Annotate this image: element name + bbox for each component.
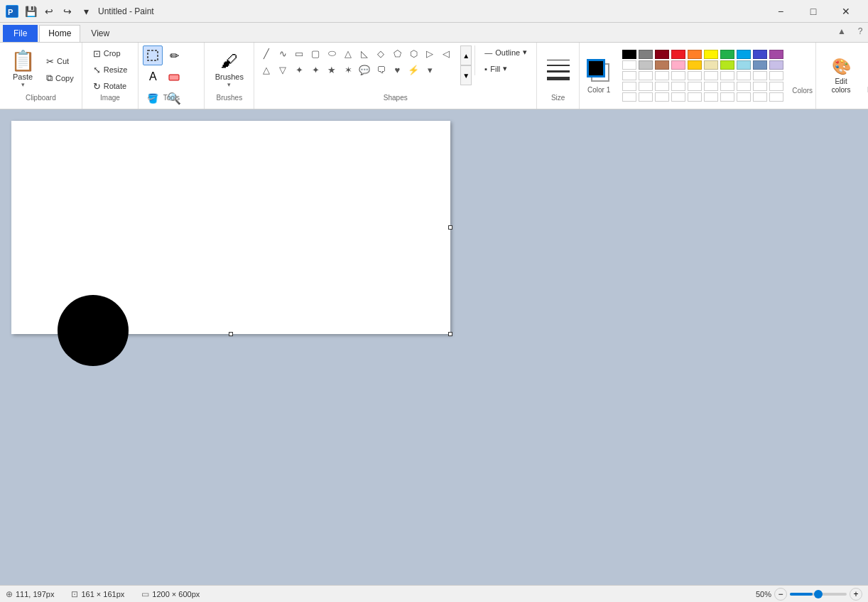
copy-button[interactable]: ⧉ Copy (43, 70, 77, 86)
shape-rounded-rect[interactable]: ▢ (308, 45, 323, 61)
shape-more[interactable]: ▾ (422, 62, 438, 77)
shape-right-triangle[interactable]: ◺ (357, 45, 372, 61)
edit-colors-button[interactable]: 🎨 Edit colors (822, 52, 860, 100)
color-cell[interactable] (704, 71, 718, 80)
outline-button[interactable]: — Outline ▾ (479, 45, 532, 59)
size-line-1[interactable] (547, 60, 570, 60)
color-cell[interactable] (753, 60, 767, 70)
color-cell[interactable] (688, 92, 702, 102)
shape-triangle[interactable]: △ (340, 45, 356, 61)
shape-callout2[interactable]: 🗨 (373, 62, 389, 77)
brushes-button[interactable]: 🖌 Brushes ▾ (211, 50, 248, 89)
color-cell[interactable] (671, 92, 685, 102)
text-tool-btn[interactable]: A (143, 67, 163, 87)
redo-quick-btn[interactable]: ↪ (60, 4, 75, 19)
shape-star5[interactable]: ★ (324, 62, 340, 77)
canvas-surface[interactable] (11, 121, 450, 334)
color-cell[interactable] (753, 82, 767, 91)
color-cell[interactable] (737, 71, 751, 80)
shape-star4[interactable]: ✦ (308, 62, 323, 77)
tab-file[interactable]: File (3, 25, 38, 42)
color1-box-front[interactable] (587, 59, 605, 77)
shape-rect[interactable]: ▭ (291, 45, 307, 61)
fill-button[interactable]: ▪ Fill ▾ (479, 62, 532, 75)
size-line-3[interactable] (547, 70, 570, 72)
fill-tool-btn[interactable]: 🪣 (143, 88, 163, 108)
crop-button[interactable]: ⊡ Crop (88, 46, 133, 61)
color-cell[interactable] (655, 60, 669, 70)
shape-line[interactable]: ╱ (259, 45, 274, 61)
color-cell[interactable] (720, 71, 734, 80)
color-cell[interactable] (639, 92, 653, 102)
color-cell[interactable] (769, 60, 783, 70)
shapes-scroll-up[interactable]: ▲ (460, 45, 472, 65)
ribbon-help-btn[interactable]: ? (852, 23, 868, 39)
save-quick-btn[interactable]: 💾 (23, 4, 38, 19)
color-cell[interactable] (720, 60, 734, 70)
color-cell[interactable] (688, 60, 702, 70)
shape-callout[interactable]: 💬 (357, 62, 372, 77)
close-button[interactable]: ✕ (830, 0, 862, 23)
resize-button[interactable]: ⤡ Resize (88, 63, 133, 77)
rotate-button[interactable]: ↻ Rotate (88, 79, 133, 94)
color-cell[interactable] (639, 71, 653, 80)
color-cell[interactable] (655, 71, 669, 80)
resize-handle-right[interactable] (448, 225, 452, 230)
color-cell[interactable] (769, 71, 783, 80)
color-cell[interactable] (753, 71, 767, 80)
eraser-tool-btn[interactable] (164, 67, 184, 87)
color-cell[interactable] (639, 50, 653, 59)
color-cell[interactable] (671, 82, 685, 91)
color-cell[interactable] (639, 60, 653, 70)
color-cell[interactable] (704, 92, 718, 102)
shape-hexagon[interactable]: ⬡ (406, 45, 421, 61)
color-cell[interactable] (720, 82, 734, 91)
resize-handle-bottom[interactable] (229, 332, 233, 336)
color-cell[interactable] (655, 82, 669, 91)
shape-right-arrow[interactable]: ▷ (422, 45, 438, 61)
select-tool-btn[interactable] (143, 45, 163, 65)
shape-star6[interactable]: ✶ (340, 62, 356, 77)
paste-button[interactable]: 📋 Paste ▾ (4, 45, 41, 94)
minimize-button[interactable]: − (764, 0, 797, 23)
shape-lightning[interactable]: ⚡ (406, 62, 421, 77)
zoom-slider-thumb[interactable] (814, 590, 823, 598)
shape-diamond[interactable]: ◇ (373, 45, 389, 61)
color-cell[interactable] (622, 50, 636, 59)
quick-access-dropdown[interactable]: ▾ (78, 4, 94, 19)
color-cell[interactable] (639, 82, 653, 91)
resize-handle-corner[interactable] (448, 332, 452, 336)
color-cell[interactable] (737, 50, 751, 59)
size-line-2[interactable] (547, 65, 570, 66)
color-cell[interactable] (671, 71, 685, 80)
color-cell[interactable] (622, 82, 636, 91)
shape-pentagon[interactable]: ⬠ (389, 45, 405, 61)
color-cell[interactable] (671, 50, 685, 59)
size-line-4[interactable] (547, 77, 570, 80)
zoom-slider-track[interactable] (790, 593, 847, 596)
pencil-tool-btn[interactable]: ✏ (164, 45, 184, 65)
edit-paint3d-button[interactable]: 🖊 Edit with Paint 3D (862, 52, 868, 100)
shape-4way-arrow[interactable]: ✦ (291, 62, 307, 77)
color-cell[interactable] (720, 50, 734, 59)
color-cell[interactable] (753, 50, 767, 59)
tab-view[interactable]: View (82, 25, 119, 42)
color-cell[interactable] (688, 82, 702, 91)
color-cell[interactable] (688, 50, 702, 59)
color-cell[interactable] (737, 92, 751, 102)
shape-curve[interactable]: ∿ (275, 45, 291, 61)
color-cell[interactable] (704, 50, 718, 59)
tab-home[interactable]: Home (39, 25, 80, 42)
shape-heart[interactable]: ♥ (389, 62, 405, 77)
zoom-out-button[interactable]: − (774, 588, 787, 601)
undo-quick-btn[interactable]: ↩ (41, 4, 57, 19)
maximize-button[interactable]: □ (797, 0, 830, 23)
color-cell[interactable] (737, 82, 751, 91)
cut-button[interactable]: ✂ Cut (43, 54, 77, 69)
color-cell[interactable] (704, 82, 718, 91)
color-cell[interactable] (704, 60, 718, 70)
color-cell[interactable] (655, 50, 669, 59)
shape-up-arrow[interactable]: △ (259, 62, 274, 77)
shape-left-arrow[interactable]: ◁ (438, 45, 454, 61)
shapes-scroll-down[interactable]: ▼ (460, 65, 472, 85)
